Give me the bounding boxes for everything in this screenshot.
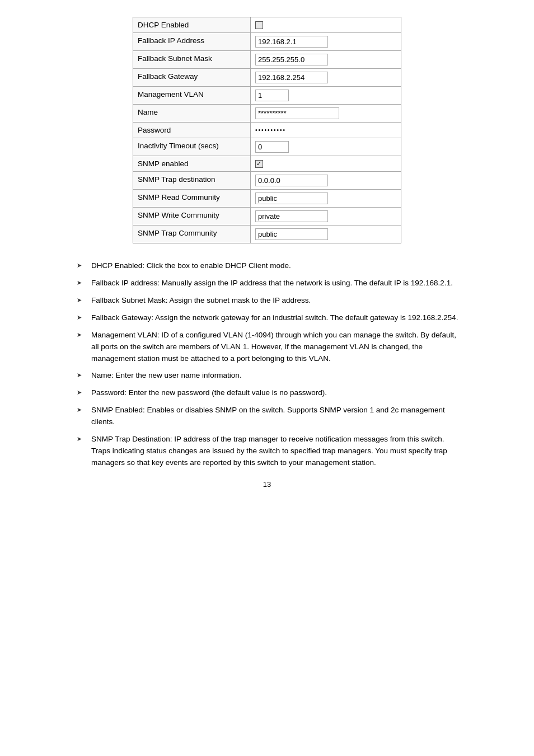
input-value[interactable]: 255.255.255.0 [255, 54, 328, 65]
page-number: 13 [34, 480, 500, 489]
list-item: ➤Fallback Subnet Mask: Assign the subnet… [77, 295, 463, 307]
table-row: SNMP enabled [133, 156, 401, 172]
bullet-arrow-icon: ➤ [77, 370, 88, 380]
checkbox-unchecked[interactable] [255, 21, 263, 29]
row-label: Management VLAN [133, 87, 251, 104]
row-label: SNMP Trap destination [133, 172, 251, 189]
row-value[interactable] [251, 17, 401, 32]
row-value[interactable] [251, 156, 401, 171]
description-list: ➤DHCP Enabled: Click the box to enable D… [71, 260, 463, 469]
row-value: 1 [251, 87, 401, 104]
table-row: SNMP Read Communitypublic [133, 190, 401, 208]
row-label: SNMP enabled [133, 156, 251, 171]
list-item: ➤Fallback IP address: Manually assign th… [77, 278, 463, 289]
bullet-arrow-icon: ➤ [77, 295, 88, 305]
input-value[interactable]: public [255, 228, 328, 240]
row-value: public [251, 190, 401, 207]
bullet-arrow-icon: ➤ [77, 405, 88, 415]
bullet-arrow-icon: ➤ [77, 312, 88, 322]
input-value[interactable]: public [255, 192, 328, 204]
bullet-text: Password: Enter the new password (the de… [91, 387, 327, 399]
list-item: ➤Name: Enter the new user name informati… [77, 370, 463, 382]
row-label: DHCP Enabled [133, 17, 251, 32]
bullet-text: Management VLAN: ID of a configured VLAN… [91, 330, 463, 365]
bullet-text: Name: Enter the new user name informatio… [91, 370, 242, 382]
input-value[interactable]: 1 [255, 90, 289, 101]
bullet-text: Fallback IP address: Manually assign the… [91, 278, 453, 289]
bullet-text: SNMP Trap Destination: IP address of the… [91, 434, 463, 469]
bullet-text: SNMP Enabled: Enables or disables SNMP o… [91, 405, 463, 428]
row-label: Fallback IP Address [133, 33, 251, 50]
bullet-arrow-icon: ➤ [77, 434, 88, 444]
row-value: 192.168.2.254 [251, 69, 401, 86]
row-value: ********** [251, 105, 401, 122]
input-value[interactable]: 0 [255, 141, 289, 153]
table-row: DHCP Enabled [133, 17, 401, 33]
table-row: Management VLAN1 [133, 87, 401, 105]
row-value: 0 [251, 138, 401, 156]
row-label: Fallback Subnet Mask [133, 51, 251, 68]
row-value: 192.168.2.1 [251, 33, 401, 50]
checkbox-checked[interactable] [255, 160, 263, 168]
input-value[interactable]: 192.168.2.1 [255, 36, 328, 48]
row-label: SNMP Read Community [133, 190, 251, 207]
table-row: SNMP Trap Communitypublic [133, 226, 401, 243]
table-row: SNMP Trap destination0.0.0.0 [133, 172, 401, 190]
row-label: SNMP Write Community [133, 208, 251, 225]
bullet-text: DHCP Enabled: Click the box to enable DH… [91, 260, 291, 272]
row-label: Name [133, 105, 251, 122]
row-value: public [251, 226, 401, 243]
bullet-arrow-icon: ➤ [77, 330, 88, 340]
table-row: Name********** [133, 105, 401, 123]
table-row: Fallback Subnet Mask255.255.255.0 [133, 51, 401, 69]
table-row: SNMP Write Communityprivate [133, 208, 401, 226]
row-label: SNMP Trap Community [133, 226, 251, 243]
list-item: ➤DHCP Enabled: Click the box to enable D… [77, 260, 463, 272]
row-value: 0.0.0.0 [251, 172, 401, 189]
list-item: ➤SNMP Enabled: Enables or disables SNMP … [77, 405, 463, 428]
input-value[interactable]: private [255, 210, 328, 222]
table-row: Password•••••••••• [133, 123, 401, 138]
list-item: ➤Fallback Gateway: Assign the network ga… [77, 312, 463, 324]
settings-table: DHCP EnabledFallback IP Address192.168.2… [133, 17, 401, 243]
bullet-arrow-icon: ➤ [77, 260, 88, 270]
input-value[interactable]: 192.168.2.254 [255, 72, 328, 83]
row-value: private [251, 208, 401, 225]
bullet-arrow-icon: ➤ [77, 387, 88, 397]
row-label: Fallback Gateway [133, 69, 251, 86]
row-label: Password [133, 123, 251, 138]
table-row: Fallback IP Address192.168.2.1 [133, 33, 401, 51]
list-item: ➤SNMP Trap Destination: IP address of th… [77, 434, 463, 469]
bullet-arrow-icon: ➤ [77, 278, 88, 288]
list-item: ➤Password: Enter the new password (the d… [77, 387, 463, 399]
input-value[interactable]: ********** [255, 107, 339, 119]
row-value: •••••••••• [251, 123, 401, 138]
input-value[interactable]: 0.0.0.0 [255, 175, 328, 186]
list-item: ➤Management VLAN: ID of a configured VLA… [77, 330, 463, 365]
password-dots: •••••••••• [255, 127, 286, 133]
bullet-text: Fallback Gateway: Assign the network gat… [91, 312, 458, 324]
row-value: 255.255.255.0 [251, 51, 401, 68]
row-label: Inactivity Timeout (secs) [133, 138, 251, 156]
table-row: Fallback Gateway192.168.2.254 [133, 69, 401, 87]
bullet-text: Fallback Subnet Mask: Assign the subnet … [91, 295, 311, 307]
table-row: Inactivity Timeout (secs)0 [133, 138, 401, 156]
